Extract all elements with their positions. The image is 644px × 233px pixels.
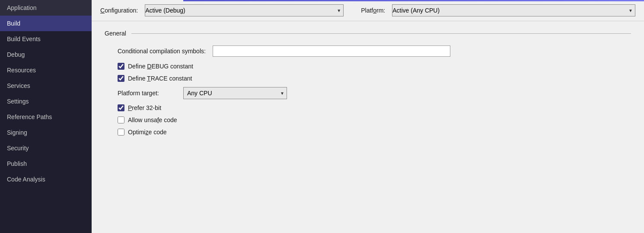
- sidebar: ApplicationBuildBuild EventsDebugResourc…: [0, 0, 92, 233]
- platform-select-wrapper: Active (Any CPU)Any CPUx86x64 ▼: [392, 4, 635, 16]
- sidebar-item-signing[interactable]: Signing: [0, 125, 92, 140]
- sidebar-item-reference-paths[interactable]: Reference Paths: [0, 109, 92, 125]
- define-debug-label: Define DEBUG constant: [128, 63, 193, 70]
- sidebar-item-debug[interactable]: Debug: [0, 47, 92, 62]
- top-accent-bar: [183, 0, 644, 1]
- platform-label: Platform:: [361, 7, 385, 14]
- sidebar-item-security[interactable]: Security: [0, 140, 92, 156]
- general-section-header: General: [105, 30, 631, 37]
- config-row: Configuration: Active (Debug)DebugReleas…: [92, 0, 644, 21]
- define-debug-row: Define DEBUG constant: [105, 63, 631, 70]
- sidebar-item-services[interactable]: Services: [0, 78, 92, 94]
- configuration-select-wrapper: Active (Debug)DebugReleaseAll Configurat…: [145, 4, 344, 16]
- conditional-symbols-input[interactable]: [213, 45, 450, 57]
- sidebar-item-application[interactable]: Application: [0, 0, 92, 16]
- define-trace-label: Define TRACE constant: [128, 75, 192, 82]
- prefer-32bit-label: Prefer 32-bit: [128, 104, 161, 111]
- define-trace-checkbox[interactable]: [118, 75, 124, 82]
- allow-unsafe-label: Allow unsafe code: [128, 116, 177, 123]
- sidebar-item-resources[interactable]: Resources: [0, 62, 92, 78]
- platform-target-select-wrapper: Any CPUx86x64ARM ▼: [183, 87, 287, 99]
- configuration-label: Configuration:: [100, 7, 138, 14]
- prefer-32bit-row: Prefer 32-bit: [105, 104, 631, 111]
- general-section-title: General: [105, 30, 126, 37]
- conditional-symbols-row: Conditional compilation symbols:: [105, 45, 631, 57]
- configuration-select[interactable]: Active (Debug)DebugReleaseAll Configurat…: [145, 4, 344, 16]
- optimize-code-row: Optimize code: [105, 129, 631, 136]
- allow-unsafe-row: Allow unsafe code: [105, 116, 631, 123]
- sidebar-item-settings[interactable]: Settings: [0, 94, 92, 109]
- allow-unsafe-checkbox[interactable]: [118, 116, 124, 123]
- sidebar-item-build[interactable]: Build: [0, 16, 92, 31]
- prefer-32bit-checkbox[interactable]: [118, 104, 124, 111]
- platform-target-select[interactable]: Any CPUx86x64ARM: [183, 87, 287, 99]
- conditional-symbols-label: Conditional compilation symbols:: [118, 48, 213, 55]
- platform-select[interactable]: Active (Any CPU)Any CPUx86x64: [392, 4, 635, 16]
- optimize-code-label: Optimize code: [128, 129, 167, 136]
- main-content: Configuration: Active (Debug)DebugReleas…: [92, 0, 644, 233]
- define-debug-checkbox[interactable]: [118, 63, 124, 70]
- optimize-code-checkbox[interactable]: [118, 129, 124, 136]
- sidebar-item-code-analysis[interactable]: Code Analysis: [0, 172, 92, 187]
- general-section-line: [131, 33, 631, 34]
- content-area: General Conditional compilation symbols:…: [92, 21, 644, 233]
- sidebar-item-publish[interactable]: Publish: [0, 156, 92, 172]
- sidebar-item-build-events[interactable]: Build Events: [0, 31, 92, 47]
- platform-target-row: Platform target: Any CPUx86x64ARM ▼: [105, 87, 631, 99]
- platform-target-label: Platform target:: [118, 90, 178, 97]
- define-trace-row: Define TRACE constant: [105, 75, 631, 82]
